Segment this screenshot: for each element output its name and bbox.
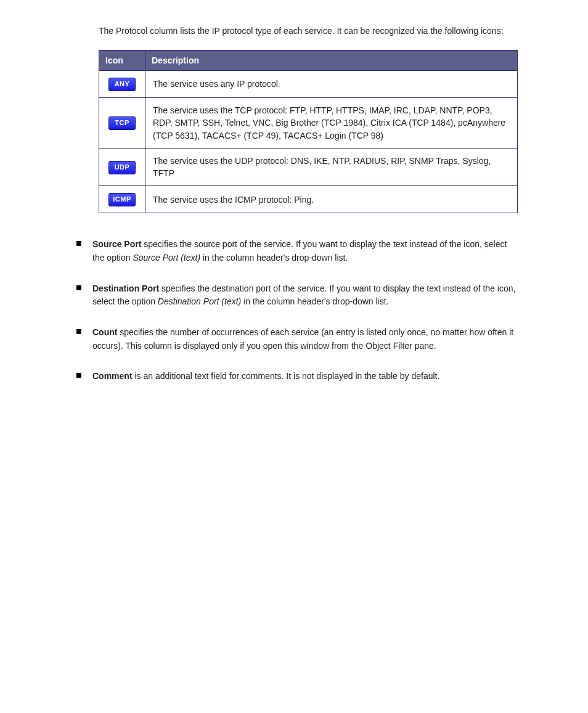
table-row: UDP The service uses the UDP protocol: D… [99, 148, 518, 186]
field-option: Source Port (text) [133, 253, 200, 263]
list-item: Comment is an additional text field for … [74, 370, 518, 383]
field-text: is an additional text field for comments… [133, 371, 440, 381]
protocol-badge-udp: UDP [108, 161, 136, 174]
field-option: Destination Port (text) [158, 296, 241, 306]
header-description: Description [145, 51, 518, 71]
list-item: Count specifies the number of occurrence… [74, 326, 518, 352]
protocol-table: Icon Description ANY The service uses an… [99, 50, 518, 213]
field-name: Count [92, 327, 117, 337]
intro-text: The Protocol column lists the IP protoco… [99, 25, 518, 38]
field-text: specifies the number of occurrences of e… [92, 327, 513, 351]
protocol-badge-tcp: TCP [108, 116, 136, 130]
field-name: Comment [92, 371, 133, 381]
protocol-desc: The service uses any IP protocol. [145, 71, 518, 98]
protocol-desc: The service uses the TCP protocol: FTP, … [145, 97, 518, 148]
table-row: ICMP The service uses the ICMP protocol:… [99, 186, 518, 213]
list-item: Source Port specifies the source port of… [74, 238, 518, 264]
list-item: Destination Port specifies the destinati… [74, 282, 518, 309]
field-list: Source Port specifies the source port of… [74, 238, 518, 383]
protocol-desc: The service uses the ICMP protocol: Ping… [145, 186, 518, 213]
field-tail: in the column header's drop-down list. [200, 253, 348, 263]
protocol-desc: The service uses the UDP protocol: DNS, … [145, 148, 518, 186]
field-tail: in the column header's drop-down list. [241, 296, 388, 306]
protocol-badge-icmp: ICMP [108, 193, 136, 206]
field-name: Destination Port [92, 283, 159, 293]
protocol-badge-any: ANY [108, 78, 136, 91]
table-row: TCP The service uses the TCP protocol: F… [99, 97, 518, 148]
header-icon: Icon [99, 51, 145, 71]
table-row: ANY The service uses any IP protocol. [99, 71, 518, 98]
field-name: Source Port [92, 239, 141, 249]
